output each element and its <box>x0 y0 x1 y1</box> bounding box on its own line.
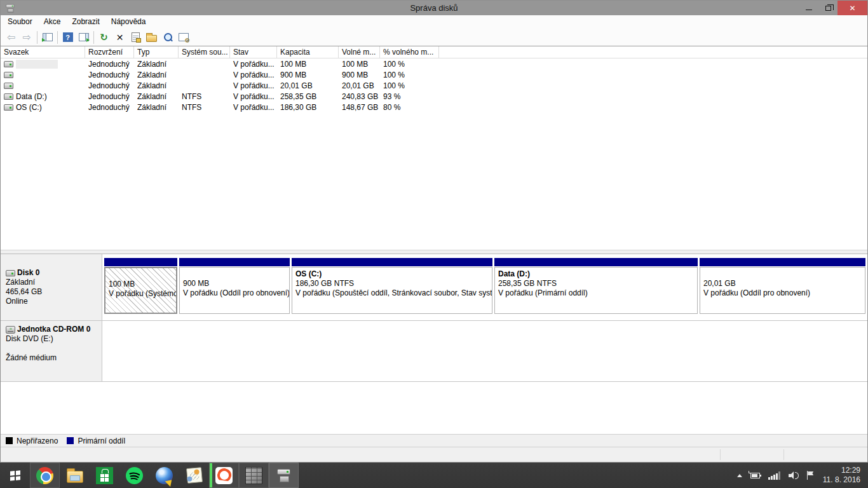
volume-row[interactable]: Jednoduchý Základní V pořádku... 900 MB … <box>1 69 867 80</box>
column-header-volne-misto[interactable]: Volné m... <box>339 46 380 58</box>
cell-free-pct: 93 % <box>380 92 439 101</box>
gear-window-icon <box>179 33 189 41</box>
column-header-svazek[interactable]: Svazek <box>1 46 85 58</box>
close-button[interactable]: ✕ <box>837 1 867 15</box>
cell-status: V pořádku... <box>230 60 277 69</box>
cell-capacity: 20,01 GB <box>277 81 339 90</box>
legend-unallocated: Nepřiřazeno <box>6 437 58 445</box>
restore-button[interactable] <box>818 1 837 15</box>
network-signal-icon[interactable] <box>768 471 780 480</box>
volume-name: OS (C:) <box>16 103 42 112</box>
windows-store-icon <box>96 467 113 484</box>
cell-free: 100 MB <box>339 60 380 69</box>
taskbar-item-download-manager[interactable] <box>149 463 179 488</box>
partition-size: 186,30 GB NTFS <box>295 279 489 288</box>
disk0-type: Základní <box>6 278 98 287</box>
column-header-kapacita[interactable]: Kapacita <box>277 46 339 58</box>
cell-free: 20,01 GB <box>339 81 380 90</box>
menu-napoveda[interactable]: Nápověda <box>105 15 152 29</box>
help-icon: ? <box>63 32 73 42</box>
volume-row[interactable]: Jednoduchý Základní V pořádku... 20,01 G… <box>1 80 867 91</box>
partition-status: V pořádku (Primární oddíl) <box>498 288 694 298</box>
cell-capacity: 186,30 GB <box>277 103 339 112</box>
cell-fs: NTFS <box>179 92 230 101</box>
panel-splitter[interactable] <box>1 250 867 254</box>
cell-type: Základní <box>134 60 179 69</box>
column-header-rozvrzeni[interactable]: Rozvržení <box>85 46 134 58</box>
bricks-app-icon <box>245 467 262 484</box>
partition-recovery-900mb[interactable]: 900 MB V pořádku (Oddíl pro obnovení) <box>179 258 290 320</box>
properties-button[interactable] <box>128 30 143 44</box>
cell-free-pct: 100 % <box>380 71 439 79</box>
disk0-row: Disk 0 Základní 465,64 GB Online 100 MB … <box>1 254 867 321</box>
partition-os-c[interactable]: OS (C:) 186,30 GB NTFS V pořádku (Spoušt… <box>292 258 492 320</box>
cell-status: V pořádku... <box>230 92 277 101</box>
taskbar-item-sticky-notes[interactable] <box>179 463 209 488</box>
cell-free: 148,67 GB <box>339 103 380 112</box>
find-button[interactable] <box>160 30 175 44</box>
taskbar-item-file-explorer[interactable] <box>60 463 90 488</box>
taskbar-clock[interactable]: 12:29 11. 8. 2016 <box>823 466 860 485</box>
cell-layout: Jednoduchý <box>85 71 134 79</box>
column-header-stav[interactable]: Stav <box>230 46 277 58</box>
chevron-up-icon[interactable] <box>737 474 742 477</box>
cdrom-header[interactable]: Jednotka CD-ROM 0 Disk DVD (E:) Žádné mé… <box>1 321 102 381</box>
refresh-button[interactable]: ↻ <box>97 30 111 44</box>
forward-icon: ⇨ <box>23 32 31 43</box>
cell-type: Základní <box>134 71 179 79</box>
properties-icon <box>132 32 140 42</box>
refresh-icon: ↻ <box>100 32 108 42</box>
volume-icon[interactable] <box>789 471 799 480</box>
partition-size: 20,01 GB <box>703 279 862 288</box>
taskbar-item-disk-management[interactable] <box>269 463 299 488</box>
action-center-flag-icon[interactable] <box>807 471 815 480</box>
volume-row-os-c[interactable]: OS (C:) Jednoduchý Základní NTFS V pořád… <box>1 102 867 112</box>
hdd-icon <box>6 270 15 276</box>
legend-label: Primární oddíl <box>78 437 125 445</box>
volume-name-selected <box>16 60 58 69</box>
minimize-button[interactable] <box>799 1 818 15</box>
taskbar-item-chrome[interactable] <box>30 463 60 488</box>
taskbar: 12:29 11. 8. 2016 <box>0 463 868 488</box>
clock-time: 12:29 <box>823 466 860 475</box>
taskbar-item-bricks-app[interactable] <box>239 463 269 488</box>
menu-akce[interactable]: Akce <box>38 15 67 29</box>
partition-data-d[interactable]: Data (D:) 258,35 GB NTFS V pořádku (Prim… <box>494 258 698 320</box>
volume-row[interactable]: Jednoduchý Základní V pořádku... 100 MB … <box>1 58 867 69</box>
disk0-header[interactable]: Disk 0 Základní 465,64 GB Online <box>1 254 102 320</box>
show-action-pane-button[interactable] <box>76 30 91 44</box>
titlebar[interactable]: Správa disků ✕ <box>1 1 867 15</box>
column-header-procento-volneho[interactable]: % volného m... <box>380 46 439 58</box>
open-button[interactable] <box>144 30 159 44</box>
cell-free: 900 MB <box>339 71 380 79</box>
cell-layout: Jednoduchý <box>85 60 134 69</box>
column-header-system-souboru[interactable]: Systém sou... <box>179 46 230 58</box>
start-button[interactable] <box>0 463 30 488</box>
menu-soubor[interactable]: Soubor <box>2 15 38 29</box>
cell-free-pct: 100 % <box>380 60 439 69</box>
disk0-partitions: 100 MB V pořádku (Systémový oddíl) 900 M… <box>102 254 867 320</box>
disk0-size: 465,64 GB <box>6 287 98 297</box>
volume-row-data-d[interactable]: Data (D:) Jednoduchý Základní NTFS V poř… <box>1 91 867 102</box>
taskbar-item-windows-store[interactable] <box>90 463 119 488</box>
console-settings-button[interactable] <box>176 30 191 44</box>
column-header-typ[interactable]: Typ <box>134 46 179 58</box>
partition-system-100mb[interactable]: 100 MB V pořádku (Systémový oddíl) <box>104 258 177 320</box>
statusbar-divider <box>783 449 784 460</box>
cell-layout: Jednoduchý <box>85 81 134 90</box>
legend-swatch-unallocated <box>6 437 13 444</box>
volume-list-panel: Svazek Rozvržení Typ Systém sou... Stav … <box>1 46 867 250</box>
back-button[interactable]: ⇦ <box>4 30 18 44</box>
partition-recovery-20gb[interactable]: 20,01 GB V pořádku (Oddíl pro obnovení) <box>700 258 865 320</box>
partition-type-bar <box>292 258 492 266</box>
help-button[interactable]: ? <box>60 30 75 44</box>
delete-button[interactable]: ✕ <box>112 30 127 44</box>
show-console-tree-button[interactable] <box>40 30 55 44</box>
forward-button[interactable]: ⇨ <box>20 30 34 44</box>
menu-zobrazit[interactable]: Zobrazit <box>66 15 105 29</box>
taskbar-item-spotify[interactable] <box>119 463 149 488</box>
partition-name: Data (D:) <box>498 269 694 279</box>
volume-name: Data (D:) <box>16 92 47 101</box>
taskbar-item-origin[interactable] <box>209 463 239 488</box>
battery-icon[interactable] <box>750 473 760 478</box>
